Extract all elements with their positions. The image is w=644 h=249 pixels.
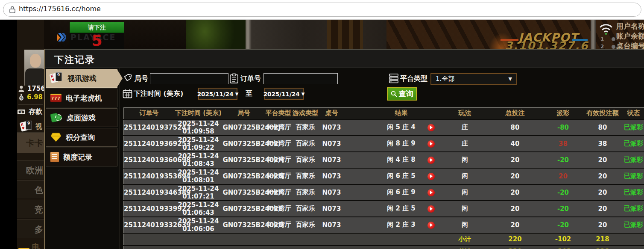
col-result: 结果 bbox=[344, 108, 442, 119]
table-row: 251124019369253 2025-11-24 01:09:22 GN07… bbox=[124, 136, 644, 152]
casino-background: PLAYACE 请下注 5 JACKPOT 3,101,327.6 1 2 用户… bbox=[0, 20, 644, 249]
cell-game-type: 百家乐 bbox=[292, 217, 319, 233]
cell-play: 闲 bbox=[442, 152, 489, 168]
dot-icon bbox=[612, 45, 615, 49]
tab-slots[interactable]: 777 电子老虎机 bbox=[46, 89, 117, 107]
col-table-no: 桌号 bbox=[319, 108, 344, 119]
tab-points-query[interactable]: 积分查询 bbox=[46, 128, 117, 147]
cell-platform: 卡卡湾厅 bbox=[265, 184, 292, 201]
platform-select[interactable]: 1.全部 ▼ bbox=[430, 73, 517, 85]
table-row: 251124019375243 2025-11-24 01:09:58 GN07… bbox=[124, 119, 644, 136]
tab-label: 电子老虎机 bbox=[66, 93, 102, 103]
slots-row[interactable]: 777 电子 bbox=[18, 242, 44, 249]
document-icon bbox=[50, 152, 59, 162]
cell-payout: 20 bbox=[542, 168, 585, 184]
tab-video-games[interactable]: K♥9 视讯游戏 bbox=[46, 69, 117, 88]
col-valid-bet: 有效投注额 bbox=[585, 108, 621, 119]
replay-icon[interactable] bbox=[427, 173, 435, 180]
lobby-tab[interactable]: 欧洲 bbox=[17, 160, 44, 179]
tab-label: 积分查询 bbox=[66, 133, 95, 142]
lobby-tab[interactable]: 竞 bbox=[17, 200, 44, 219]
person-icon bbox=[18, 85, 25, 92]
tab-table-games[interactable]: 桌面游戏 bbox=[46, 108, 117, 127]
cell-game-no: GN07325B2402E bbox=[223, 201, 265, 217]
game-no-input[interactable] bbox=[150, 73, 228, 84]
cell-play: 闲 bbox=[442, 217, 489, 233]
summary-valid-bet: 218 bbox=[585, 233, 621, 246]
col-order-no: 订单号 bbox=[124, 108, 174, 119]
cell-status: 已派彩 bbox=[621, 217, 644, 233]
replay-icon[interactable] bbox=[427, 205, 435, 213]
cell-game-no: GN07325B2402J bbox=[223, 119, 265, 136]
marble-wall bbox=[246, 20, 393, 49]
lobby-tab[interactable]: 色 bbox=[17, 180, 44, 199]
platform-type-label: 平台类型 bbox=[400, 74, 427, 83]
cell-total-bet: 20 bbox=[489, 168, 542, 184]
result-text: 闲 2 庄 5 bbox=[387, 205, 416, 212]
tag-icon bbox=[123, 74, 133, 83]
seat-index-2: 2 bbox=[600, 44, 615, 50]
order-no-input[interactable] bbox=[263, 73, 338, 84]
cell-status: 已派彩 bbox=[621, 201, 644, 217]
order-no-label: 订单号 bbox=[240, 74, 261, 83]
cell-total-bet: 80 bbox=[489, 119, 542, 136]
tab-quota-records[interactable]: 额度记录 bbox=[46, 148, 117, 166]
col-total-bet: 总投注 bbox=[489, 108, 542, 119]
bet-records-modal: 下注记录 K♥9 视讯游戏 777 电子老虎机 桌面游戏 积分查询 bbox=[44, 49, 644, 249]
balance-value: 6.98 bbox=[27, 93, 43, 101]
cell-platform: 卡卡湾厅 bbox=[265, 168, 292, 184]
playace-logo-icon bbox=[56, 32, 67, 43]
cell-table-no: N073 bbox=[319, 184, 344, 201]
col-game-no: 局号 bbox=[223, 108, 265, 119]
cell-result: 闲 5 庄 4 bbox=[344, 119, 442, 136]
cell-result: 闲 6 庄 5 bbox=[344, 168, 442, 184]
avatar bbox=[24, 50, 46, 86]
dot-icon bbox=[612, 37, 615, 41]
video-games-row[interactable]: K♥9 视 bbox=[20, 121, 42, 133]
cell-platform: 卡卡湾厅 bbox=[265, 136, 292, 152]
cell-valid-bet: 38 bbox=[585, 136, 621, 152]
search-button-label: 查询 bbox=[399, 89, 413, 99]
user-id-row: 1756 bbox=[18, 85, 45, 92]
chevron-down-icon: ▼ bbox=[509, 76, 512, 82]
cell-order-no: 251124019346389 bbox=[124, 184, 174, 201]
result-text: 闲 4 庄 8 bbox=[387, 156, 416, 163]
platform-list-icon bbox=[389, 73, 399, 83]
col-bet-time: 下注时间 (美东) bbox=[174, 108, 223, 119]
replay-icon[interactable] bbox=[427, 222, 435, 229]
replay-icon[interactable] bbox=[427, 124, 435, 131]
cell-table-no: N073 bbox=[319, 217, 344, 233]
cell-table-no: N073 bbox=[319, 152, 344, 168]
game-no-label: 局号 bbox=[135, 74, 148, 83]
table-header-row: 订单号 下注时间 (美东) 局号 平台类型 游戏类型 桌号 结果 玩法 总投注 … bbox=[124, 108, 644, 119]
deposit-row[interactable]: $ 存款 bbox=[17, 107, 42, 116]
date-to-picker[interactable]: 2025/11/24 ▼ bbox=[264, 88, 304, 100]
divider bbox=[18, 104, 43, 105]
cell-payout: 38 bbox=[542, 136, 585, 152]
page-sidebar: 1756 $ 6.98 $ 存款 K♥9 视 卡卡 欧 bbox=[17, 20, 44, 249]
cell-blank bbox=[621, 233, 644, 246]
cell-result: 闲 4 庄 8 bbox=[344, 152, 442, 168]
banknote-icon: $ bbox=[17, 109, 26, 116]
date-from-picker[interactable]: 2025/11/24 ▼ bbox=[198, 88, 237, 100]
lobby-tab[interactable]: 多 bbox=[17, 219, 44, 238]
replay-icon[interactable] bbox=[427, 189, 435, 196]
replay-icon[interactable] bbox=[427, 157, 435, 164]
lobby-tab-active[interactable]: 卡卡 bbox=[17, 132, 44, 153]
replay-icon[interactable] bbox=[427, 140, 435, 148]
cards-icon: K♥9 bbox=[50, 72, 63, 84]
date-to-value: 2025/11/24 bbox=[263, 91, 300, 98]
search-button[interactable]: 查询 bbox=[387, 87, 417, 101]
left-black-strip bbox=[0, 20, 17, 249]
balance-row: $ 6.98 bbox=[18, 93, 43, 101]
cell-status: 已派彩 bbox=[621, 119, 644, 136]
cell-game-no: GN07325B2402G bbox=[223, 168, 265, 184]
summary-payout: -102 bbox=[542, 233, 585, 246]
url-text[interactable]: https://175616.cc/home bbox=[19, 5, 101, 13]
col-play: 玩法 bbox=[442, 108, 489, 119]
col-platform: 平台类型 bbox=[265, 108, 292, 119]
deposit-label: 存款 bbox=[29, 107, 42, 116]
modal-title: 下注记录 bbox=[54, 53, 95, 66]
cell-total-bet: 20 bbox=[489, 201, 542, 217]
cell-total-bet: 20 bbox=[489, 152, 542, 168]
